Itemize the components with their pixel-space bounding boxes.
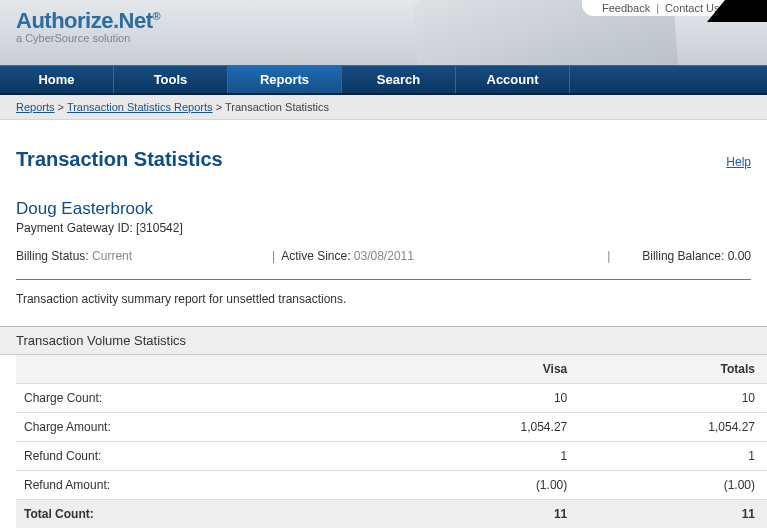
registered-icon: ® [153, 10, 161, 22]
section-title: Transaction Volume Statistics [0, 326, 767, 355]
status-row: Billing Status: Current | Active Since: … [16, 249, 751, 269]
row-label: Refund Count: [16, 442, 354, 471]
nav-reports[interactable]: Reports [228, 66, 342, 93]
row-totals: 11 [579, 500, 767, 529]
page-title: Transaction Statistics [16, 148, 223, 171]
table-row: Charge Count: 10 10 [16, 384, 767, 413]
table-row: Refund Amount: (1.00) (1.00) [16, 471, 767, 500]
active-since-value: 03/08/2011 [354, 249, 414, 263]
table-header-row: Visa Totals [16, 355, 767, 384]
nav-tools[interactable]: Tools [114, 66, 228, 93]
crumb-current: Transaction Statistics [225, 101, 329, 113]
gateway-line: Payment Gateway ID: [310542] [16, 221, 751, 235]
stats-table: Visa Totals Charge Count: 10 10 Charge A… [16, 355, 767, 528]
help-link[interactable]: Help [726, 155, 751, 169]
divider [16, 279, 751, 280]
table-row: Charge Amount: 1,054.27 1,054.27 [16, 413, 767, 442]
nav-home[interactable]: Home [0, 66, 114, 93]
logo: Authorize.Net® a CyberSource solution [16, 8, 160, 44]
row-totals: 1 [579, 442, 767, 471]
breadcrumb: Reports > Transaction Statistics Reports… [0, 95, 767, 120]
table-total-row: Total Count: 11 11 [16, 500, 767, 529]
row-visa: 11 [354, 500, 579, 529]
nav-search[interactable]: Search [342, 66, 456, 93]
row-visa: 1,054.27 [354, 413, 579, 442]
row-label: Total Count: [16, 500, 354, 529]
active-since-label: Active Since: [281, 249, 350, 263]
row-label: Charge Count: [16, 384, 354, 413]
gateway-id: [310542] [136, 221, 183, 235]
billing-balance-label: Billing Balance: [642, 249, 724, 263]
contact-link[interactable]: Contact Us [665, 2, 719, 14]
row-visa: 1 [354, 442, 579, 471]
brand-name: Authorize.Net [16, 8, 153, 33]
row-totals: 10 [579, 384, 767, 413]
row-totals: 1,054.27 [579, 413, 767, 442]
row-label: Refund Amount: [16, 471, 354, 500]
table-row: Refund Count: 1 1 [16, 442, 767, 471]
feedback-link[interactable]: Feedback [602, 2, 650, 14]
report-description: Transaction activity summary report for … [16, 292, 751, 306]
gateway-label: Payment Gateway ID: [16, 221, 133, 235]
header: Authorize.Net® a CyberSource solution Fe… [0, 0, 767, 65]
crumb-stats-reports[interactable]: Transaction Statistics Reports [67, 101, 213, 113]
th-visa: Visa [354, 355, 579, 384]
row-totals: (1.00) [579, 471, 767, 500]
billing-balance-value: 0.00 [728, 249, 751, 263]
crumb-reports[interactable]: Reports [16, 101, 55, 113]
row-label: Charge Amount: [16, 413, 354, 442]
main-nav: Home Tools Reports Search Account [0, 65, 767, 95]
th-totals: Totals [579, 355, 767, 384]
merchant-name: Doug Easterbrook [16, 199, 751, 219]
row-visa: 10 [354, 384, 579, 413]
nav-account[interactable]: Account [456, 66, 570, 93]
billing-status-label: Billing Status: [16, 249, 89, 263]
th-blank [16, 355, 354, 384]
billing-status-value: Current [92, 249, 132, 263]
row-visa: (1.00) [354, 471, 579, 500]
